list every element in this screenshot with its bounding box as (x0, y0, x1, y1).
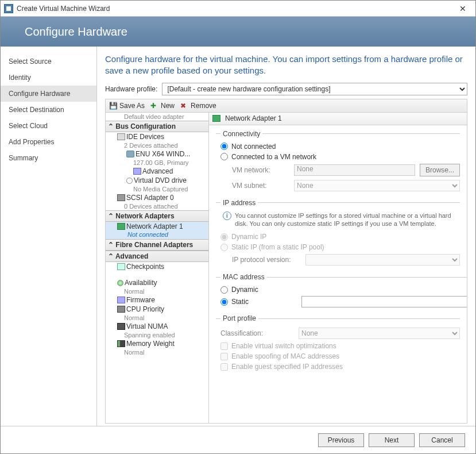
port-profile-group: Port profile Classification: None Enable… (216, 314, 460, 375)
disk-icon (126, 151, 134, 157)
virtual-numa[interactable]: Virtual NUMA (106, 322, 208, 331)
cancel-button[interactable]: Cancel (419, 433, 465, 447)
detail-header: Network Adapter 1 (209, 113, 467, 125)
step-select-destination[interactable]: Select Destination (1, 102, 96, 118)
step-configure-hardware[interactable]: Configure Hardware (1, 86, 96, 102)
mac-address-field[interactable] (301, 296, 467, 307)
cpu-priority[interactable]: CPU Priority (106, 305, 208, 314)
previous-button[interactable]: Previous (318, 433, 364, 447)
step-add-properties[interactable]: Add Properties (1, 134, 96, 150)
scsi-adapter[interactable]: SCSI Adapter 0 (106, 193, 208, 202)
toolbar: Save As New Remove (105, 99, 467, 113)
ip-address-group: IP address i You cannot customize IP set… (216, 199, 460, 271)
vm-network-field: None (294, 164, 415, 176)
spoofing-checkbox (220, 353, 228, 360)
save-as-button[interactable]: Save As (109, 102, 145, 110)
availability-icon (117, 280, 123, 286)
detail-title: Network Adapter 1 (225, 114, 282, 122)
info-icon: i (223, 211, 231, 220)
fibre-channel-header[interactable]: ⌃ Fibre Channel Adapters (106, 239, 208, 251)
bus-config-header[interactable]: ⌃ Bus Configuration (106, 121, 208, 132)
step-select-cloud[interactable]: Select Cloud (1, 118, 96, 134)
dynamic-ip-radio (220, 233, 228, 241)
collapse-icon: ⌃ (108, 122, 114, 130)
connectivity-group: Connectivity Not connected Connected to … (216, 130, 460, 197)
step-select-source[interactable]: Select Source (1, 53, 96, 70)
connected-radio[interactable] (220, 153, 228, 160)
wizard-steps: Select Source Identity Configure Hardwar… (1, 47, 97, 426)
mac-dynamic-radio[interactable] (220, 286, 228, 294)
page-heading: Configure Hardware (25, 25, 127, 39)
step-identity[interactable]: Identity (1, 70, 96, 86)
memory-status: Normal (106, 348, 208, 356)
static-ip-radio (220, 244, 228, 251)
remove-button[interactable]: Remove (180, 102, 216, 110)
checkpoints[interactable]: Checkpoints (106, 262, 208, 271)
hardware-tree[interactable]: Default video adapter ⌃ Bus Configuratio… (106, 113, 209, 424)
hardware-profile-select[interactable]: [Default - create new hardware configura… (162, 83, 467, 95)
app-icon (4, 4, 13, 13)
window-title: Create Virtual Machine Wizard (17, 5, 110, 13)
numa-icon (117, 323, 125, 330)
availability-status: Normal (106, 287, 208, 295)
enu-disk-status: 127.00 GB, Primary (106, 159, 208, 167)
ip-protocol-select (305, 254, 460, 266)
page-description: Configure hardware for the virtual machi… (105, 53, 467, 77)
collapse-icon: ⌃ (108, 212, 114, 220)
ide-devices[interactable]: IDE Devices (106, 132, 208, 141)
video-adapter-status: Default video adapter (106, 113, 208, 121)
plus-icon (150, 102, 158, 110)
dvd-status: No Media Captured (106, 185, 208, 193)
firmware-icon (117, 297, 125, 303)
not-connected-radio[interactable] (220, 143, 228, 150)
availability[interactable]: Availability (106, 278, 208, 287)
memory-weight[interactable]: Memory Weight (106, 339, 208, 348)
firmware[interactable]: Firmware (106, 295, 208, 305)
network-adapter-1[interactable]: Network Adapter 1Not connected (106, 222, 208, 239)
cd-icon (126, 178, 133, 184)
cpu-status: Normal (106, 314, 208, 322)
collapse-icon: ⌃ (108, 252, 114, 260)
detail-panel: Network Adapter 1 Connectivity Not conne… (209, 113, 467, 424)
browse-button[interactable]: Browse... (420, 164, 460, 176)
scsi-icon (117, 194, 125, 201)
enu-disk[interactable]: ENU X64 WIND... (106, 149, 208, 159)
scsi-status: 0 Devices attached (106, 202, 208, 210)
remove-icon (180, 102, 188, 110)
save-icon (109, 102, 117, 110)
switch-opt-checkbox (220, 343, 228, 350)
ip-info-message: You cannot customize IP settings for a s… (235, 211, 458, 229)
mac-static-radio[interactable] (220, 298, 228, 306)
numa-status: Spanning enabled (106, 331, 208, 339)
title-bar: Create Virtual Machine Wizard ✕ (1, 1, 475, 17)
ide-icon (117, 133, 125, 140)
banner: Configure Hardware (1, 17, 475, 47)
mac-address-group: MAC address Dynamic Static (216, 273, 467, 312)
checkpoint-icon (117, 263, 125, 270)
footer: Previous Next Cancel (1, 426, 475, 453)
network-adapters-header[interactable]: ⌃ Network Adapters (106, 210, 208, 222)
vm-subnet-label: VM subnet: (232, 182, 289, 190)
nic-icon (117, 223, 125, 230)
advanced-disk[interactable]: Advanced (106, 167, 208, 176)
cpu-icon (117, 306, 125, 313)
nic-icon (212, 115, 220, 122)
advanced-header[interactable]: ⌃ Advanced (106, 251, 208, 262)
new-button[interactable]: New (150, 102, 175, 110)
advanced-icon (133, 168, 141, 175)
ip-protocol-label: IP protocol version: (232, 256, 301, 264)
vm-network-label: VM network: (232, 166, 289, 174)
vm-subnet-select: None (294, 180, 460, 191)
classification-select: None (299, 328, 460, 339)
collapse-icon: ⌃ (108, 241, 114, 249)
hardware-profile-label: Hardware profile: (105, 85, 157, 93)
memory-icon (117, 340, 125, 347)
step-summary[interactable]: Summary (1, 150, 96, 166)
close-button[interactable]: ✕ (450, 1, 475, 16)
next-button[interactable]: Next (369, 433, 415, 447)
ide-devices-status: 2 Devices attached (106, 141, 208, 149)
guest-ip-checkbox (220, 363, 228, 371)
dvd-drive[interactable]: Virtual DVD drive (106, 176, 208, 185)
classification-label: Classification: (220, 329, 278, 337)
